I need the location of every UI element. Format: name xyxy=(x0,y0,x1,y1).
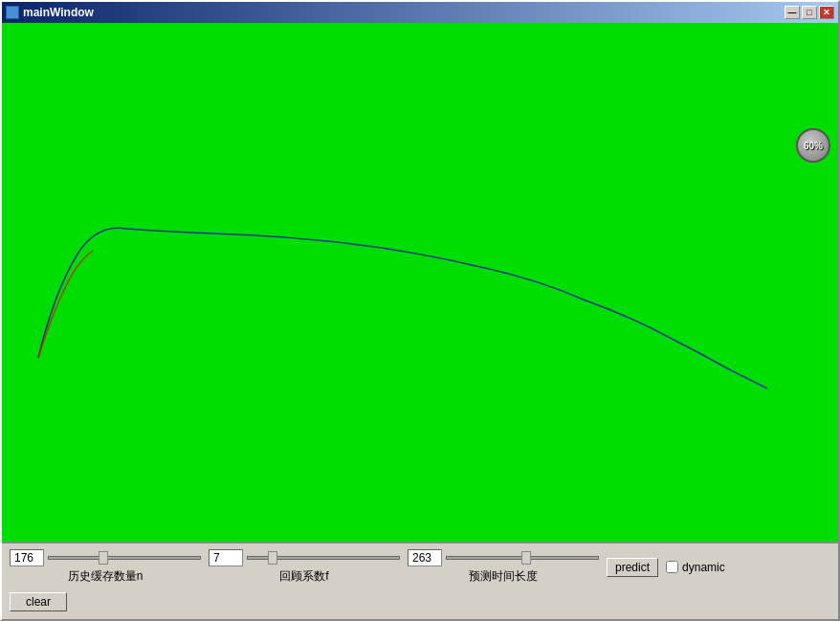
predict-length-label: 预测时间长度 xyxy=(469,568,538,585)
title-bar: mainWindow — □ ✕ xyxy=(2,2,838,23)
predict-length-group: 263 预测时间长度 xyxy=(408,549,599,585)
history-n-display: 176 xyxy=(10,549,44,566)
window-icon xyxy=(6,6,19,19)
close-button[interactable]: ✕ xyxy=(819,6,834,19)
curve-svg xyxy=(2,23,838,542)
dynamic-label[interactable]: dynamic xyxy=(682,561,725,574)
progress-knob[interactable]: 60% xyxy=(796,128,830,163)
history-n-label: 历史缓存数量n xyxy=(68,568,144,585)
history-n-row: 176 xyxy=(10,549,201,566)
history-n-group: 176 历史缓存数量n xyxy=(10,549,201,585)
title-bar-left: mainWindow xyxy=(6,6,94,19)
clear-button[interactable]: clear xyxy=(10,592,67,611)
dynamic-checkbox[interactable] xyxy=(666,561,678,573)
title-buttons: — □ ✕ xyxy=(785,6,834,19)
predict-length-display: 263 xyxy=(408,549,442,566)
lookback-f-row: 7 xyxy=(209,549,400,566)
lookback-f-display: 7 xyxy=(209,549,243,566)
main-window: mainWindow — □ ✕ 60% 176 历史缓存数量n xyxy=(0,0,840,621)
bottom-bar: clear xyxy=(2,588,838,619)
drawing-canvas[interactable]: 60% xyxy=(2,23,838,542)
maximize-button[interactable]: □ xyxy=(802,6,817,19)
predict-length-slider[interactable] xyxy=(446,556,599,560)
lookback-f-slider[interactable] xyxy=(247,556,400,560)
minimize-button[interactable]: — xyxy=(785,6,800,19)
progress-value: 60% xyxy=(804,141,823,151)
controls-bar: 176 历史缓存数量n 7 回顾系数f 263 预测时间长度 predict xyxy=(2,542,838,588)
history-n-slider[interactable] xyxy=(48,556,201,560)
predict-button[interactable]: predict xyxy=(607,558,658,577)
dynamic-group: dynamic xyxy=(666,561,725,574)
lookback-f-group: 7 回顾系数f xyxy=(209,549,400,585)
lookback-f-label: 回顾系数f xyxy=(279,568,328,585)
predict-length-row: 263 xyxy=(408,549,599,566)
window-title: mainWindow xyxy=(23,6,94,19)
